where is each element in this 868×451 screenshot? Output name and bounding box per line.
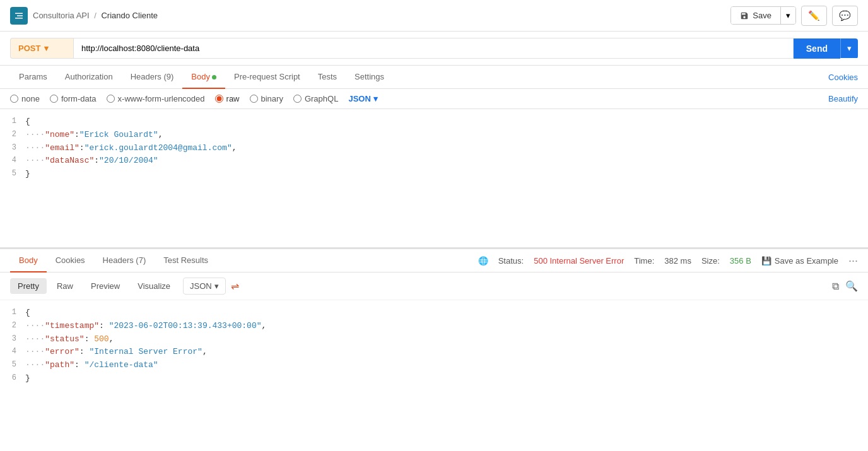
- code-line-1: 1 {: [0, 115, 868, 129]
- send-chevron-icon: ▾: [847, 44, 852, 53]
- cookies-link[interactable]: Cookies: [828, 73, 858, 82]
- view-raw-button[interactable]: Raw: [49, 278, 81, 294]
- send-button-group: Send ▾: [794, 38, 858, 59]
- breadcrumb: Consultoria API / Criando Cliente: [33, 11, 158, 20]
- tab-params[interactable]: Params: [10, 66, 56, 89]
- json-label: JSON: [348, 94, 370, 103]
- save-icon: 💾: [761, 256, 771, 266]
- comment-button[interactable]: 💬: [832, 6, 858, 26]
- url-bar: POST ▾ Send ▾: [0, 32, 868, 66]
- code-line-4: 4 ····"dataNasc":"20/10/2004": [0, 155, 868, 168]
- save-example-label: Save as Example: [775, 256, 838, 266]
- response-tabs-bar: Body Cookies Headers (7) Test Results 🌐 …: [0, 249, 868, 272]
- save-as-example-button[interactable]: 💾 Save as Example: [761, 256, 838, 266]
- response-json-chevron-icon: ▾: [214, 281, 219, 291]
- json-chevron-icon: ▾: [373, 94, 378, 103]
- code-line-2: 2 ····"nome":"Erick Goulardt",: [0, 129, 868, 142]
- edit-button[interactable]: ✏️: [801, 6, 827, 26]
- method-chevron-icon: ▾: [44, 44, 49, 53]
- breadcrumb-current: Criando Cliente: [101, 11, 158, 20]
- tab-authorization[interactable]: Authorization: [56, 66, 122, 89]
- option-urlencoded[interactable]: x-www-form-urlencoded: [107, 94, 205, 103]
- tab-headers[interactable]: Headers (9): [122, 66, 183, 89]
- save-button[interactable]: Save: [731, 7, 780, 24]
- copy-response-button[interactable]: ⧉: [832, 281, 839, 292]
- resp-line-3: 3 ····"status": 500,: [0, 333, 868, 346]
- header-left: Consultoria API / Criando Cliente: [10, 7, 158, 25]
- more-options-button[interactable]: ···: [848, 254, 858, 267]
- view-pretty-button[interactable]: Pretty: [10, 278, 47, 294]
- option-graphql[interactable]: GraphQL: [293, 94, 338, 103]
- response-tab-test-results[interactable]: Test Results: [155, 249, 217, 272]
- resp-line-6: 6 }: [0, 372, 868, 385]
- filter-icon: ⇌: [231, 281, 239, 291]
- status-value: 500 Internal Server Error: [534, 256, 624, 266]
- response-view-options: Pretty Raw Preview Visualize JSON ▾ ⇌ ⧉ …: [0, 272, 868, 300]
- breadcrumb-app: Consultoria API: [33, 11, 90, 20]
- search-response-button[interactable]: 🔍: [845, 280, 858, 292]
- header-right: Save ▾ ✏️ 💬: [730, 6, 858, 26]
- resp-line-5: 5 ····"path": "/cliente-data": [0, 359, 868, 372]
- code-line-5: 5 }: [0, 168, 868, 181]
- header: Consultoria API / Criando Cliente Save ▾…: [0, 0, 868, 32]
- response-section: Body Cookies Headers (7) Test Results 🌐 …: [0, 248, 868, 392]
- response-tab-body[interactable]: Body: [10, 249, 47, 272]
- beautify-button[interactable]: Beautify: [828, 94, 858, 103]
- view-visualize-button[interactable]: Visualize: [130, 278, 178, 294]
- status-label: Status:: [498, 256, 524, 266]
- tab-body[interactable]: Body: [182, 66, 225, 89]
- time-label: Time:: [634, 256, 654, 266]
- response-tab-cookies[interactable]: Cookies: [47, 249, 94, 272]
- send-button[interactable]: Send: [794, 38, 840, 59]
- save-label: Save: [753, 11, 771, 20]
- chevron-down-icon: ▾: [786, 11, 790, 20]
- response-json-dropdown[interactable]: JSON ▾: [183, 278, 226, 295]
- json-format-dropdown[interactable]: JSON ▾: [348, 94, 377, 103]
- save-button-group: Save ▾: [730, 6, 796, 25]
- option-form-data[interactable]: form-data: [50, 94, 97, 103]
- method-selector[interactable]: POST ▾: [10, 38, 73, 59]
- resp-line-4: 4 ····"error": "Internal Server Error",: [0, 346, 868, 359]
- save-dropdown-button[interactable]: ▾: [780, 7, 795, 24]
- method-label: POST: [18, 44, 40, 53]
- request-code-editor[interactable]: 1 { 2 ····"nome":"Erick Goulardt", 3 ···…: [0, 109, 868, 187]
- response-json-label: JSON: [190, 281, 212, 291]
- request-body-editor: 1 { 2 ····"nome":"Erick Goulardt", 3 ···…: [0, 109, 868, 248]
- option-raw[interactable]: raw: [215, 94, 240, 103]
- url-input[interactable]: [73, 38, 794, 59]
- resp-line-1: 1 {: [0, 307, 868, 320]
- breadcrumb-separator: /: [94, 11, 97, 20]
- option-none[interactable]: none: [10, 94, 40, 103]
- send-dropdown-button[interactable]: ▾: [840, 38, 858, 58]
- response-right-buttons: ⧉ 🔍: [832, 280, 858, 292]
- tab-tests[interactable]: Tests: [309, 66, 346, 89]
- response-status-bar: 🌐 Status: 500 Internal Server Error Time…: [478, 254, 858, 267]
- code-line-3: 3 ····"email":"erick.goulardt2004@gmail.…: [0, 142, 868, 155]
- response-code-editor[interactable]: 1 { 2 ····"timestamp": "2023-06-02T00:13…: [0, 300, 868, 392]
- size-value: 356 B: [730, 256, 751, 266]
- globe-icon: 🌐: [478, 256, 488, 266]
- response-body-editor: 1 { 2 ····"timestamp": "2023-06-02T00:13…: [0, 300, 868, 392]
- app-logo: [10, 7, 28, 25]
- resp-line-2: 2 ····"timestamp": "2023-06-02T00:13:39.…: [0, 320, 868, 333]
- filter-button[interactable]: ⇌: [231, 280, 239, 292]
- editor-padding: [0, 187, 868, 248]
- view-preview-button[interactable]: Preview: [83, 278, 127, 294]
- response-tab-headers[interactable]: Headers (7): [94, 249, 155, 272]
- size-label: Size:: [701, 256, 720, 266]
- body-options: none form-data x-www-form-urlencoded raw…: [0, 89, 868, 109]
- body-active-dot: [212, 75, 216, 79]
- tab-pre-request-script[interactable]: Pre-request Script: [225, 66, 309, 89]
- tab-settings[interactable]: Settings: [346, 66, 393, 89]
- option-binary[interactable]: binary: [250, 94, 283, 103]
- request-tabs: Params Authorization Headers (9) Body Pr…: [0, 66, 868, 89]
- time-value: 382 ms: [664, 256, 691, 266]
